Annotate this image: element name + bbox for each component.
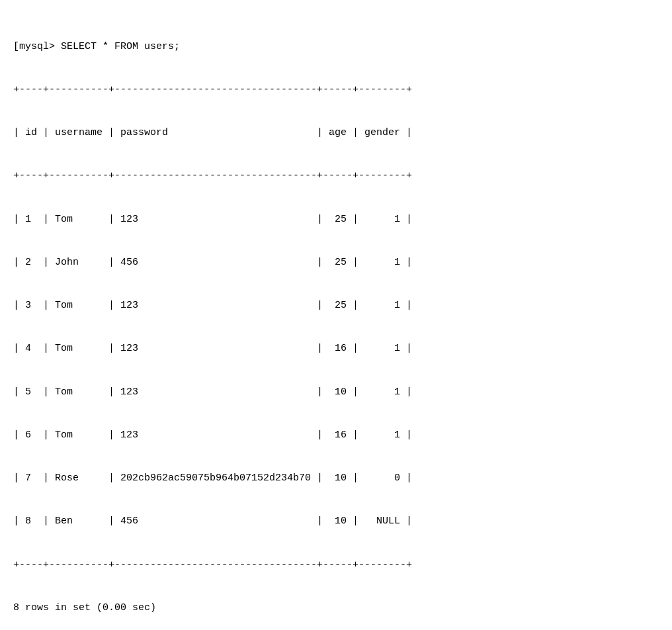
table1-row-8: | 8 | Ben | 456 | 10 | NULL | <box>13 514 659 529</box>
table1-sep: +----+----------+-----------------------… <box>13 169 659 183</box>
table1-top-border: +----+----------+-----------------------… <box>13 83 659 97</box>
table1-row-4: | 4 | Tom | 123 | 16 | 1 | <box>13 341 659 356</box>
command-1: [mysql> SELECT * FROM users; <box>13 40 659 54</box>
table1-row-7: | 7 | Rose | 202cb962ac59075b964b07152d2… <box>13 471 659 486</box>
table1-header: | id | username | password | age | gende… <box>13 126 659 140</box>
table1-rowcount: 8 rows in set (0.00 sec) <box>13 601 659 615</box>
table1-bottom-border: +----+----------+-----------------------… <box>13 558 659 572</box>
table1-row-6: | 6 | Tom | 123 | 16 | 1 | <box>13 428 659 443</box>
table1-row-5: | 5 | Tom | 123 | 10 | 1 | <box>13 385 659 400</box>
table1-row-3: | 3 | Tom | 123 | 25 | 1 | <box>13 298 659 313</box>
table1-row-1: | 1 | Tom | 123 | 25 | 1 | <box>13 212 659 227</box>
terminal-output: [mysql> SELECT * FROM users; +----+-----… <box>13 11 659 630</box>
table1-row-2: | 2 | John | 456 | 25 | 1 | <box>13 255 659 270</box>
